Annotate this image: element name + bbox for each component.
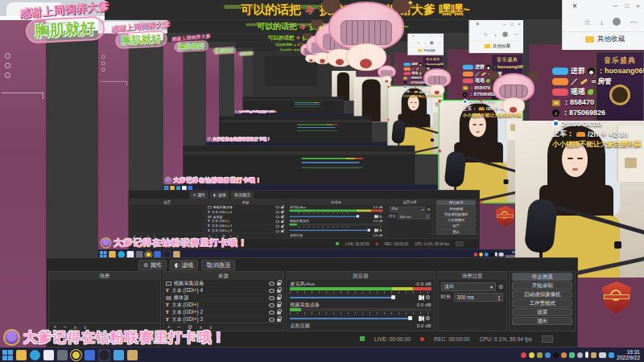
lock-icon[interactable] — [277, 304, 281, 307]
browser-titlebar — [408, 34, 444, 39]
filters-button[interactable]: 滤镜 — [170, 260, 198, 270]
gear-icon[interactable] — [425, 294, 430, 301]
gear-icon[interactable] — [425, 315, 430, 322]
taskbar-icon[interactable] — [85, 350, 95, 360]
tray-icon[interactable] — [577, 352, 583, 358]
virtual-cam-button[interactable]: 启动虚拟摄像机 — [512, 290, 572, 298]
taskbar-icon[interactable] — [127, 350, 138, 360]
swap-banner-text: 可以的话把 — [268, 35, 295, 41]
eye-icon[interactable] — [269, 303, 275, 307]
taskbar-icon[interactable] — [30, 350, 40, 360]
lock-icon — [281, 216, 283, 218]
more-menu-icon[interactable] — [630, 18, 638, 27]
stop-stream-button[interactable]: 停止推流 — [512, 273, 572, 281]
taskbar-icon[interactable] — [114, 350, 124, 360]
profile-avatar[interactable] — [613, 18, 621, 26]
qq-icon — [419, 63, 423, 66]
slider-handle — [357, 215, 359, 217]
checkin-overlay: 大爹记得在钻粉联赛里打卡哦！ — [207, 137, 271, 142]
chat-tray-icon[interactable] — [599, 352, 606, 358]
tray-icon[interactable] — [561, 352, 567, 358]
tray-icon[interactable] — [569, 352, 575, 358]
lock-icon[interactable] — [277, 282, 281, 286]
poster-title: 音乐盛典 — [492, 55, 522, 64]
mic-tray-icon[interactable] — [585, 352, 588, 358]
duration-row: 时长300 ms▴▾ — [441, 293, 504, 302]
poster-title: 音乐盛典 — [423, 56, 443, 62]
volume-slider[interactable] — [290, 294, 431, 301]
tray-icon[interactable] — [591, 352, 597, 358]
taskbar-icon[interactable] — [71, 350, 81, 360]
close-icon[interactable] — [572, 1, 577, 11]
taskbar-icon[interactable] — [99, 350, 109, 360]
volume-slider[interactable] — [290, 315, 431, 322]
lock-icon[interactable] — [277, 297, 281, 300]
channel-db: 0.0 dB — [417, 323, 431, 329]
rec-indicator — [376, 242, 378, 245]
transition-select[interactable]: 淡出 — [441, 282, 496, 291]
tray-icon[interactable] — [609, 352, 614, 358]
downloads-icon[interactable] — [600, 18, 604, 27]
checkin-overlay: 大爹记得在钻粉联赛里打卡哦！ — [164, 176, 262, 184]
close-icon[interactable] — [636, 1, 640, 11]
channel-name: 麦克风/Aux — [290, 205, 306, 209]
tray-icon[interactable] — [537, 352, 543, 358]
taskbar-icon[interactable] — [57, 350, 68, 360]
helmet-visor — [427, 76, 447, 85]
channel-db: -0.9 dB — [415, 281, 431, 287]
mixer-channel: 视频采集设备0.0 dB — [287, 219, 385, 232]
slider-handle — [368, 228, 370, 231]
speaker-icon[interactable] — [419, 316, 422, 321]
stepper-icons[interactable]: ▴▾ — [498, 294, 501, 301]
tray-icon[interactable] — [529, 352, 535, 358]
start-button[interactable] — [2, 350, 13, 360]
eye-icon[interactable] — [269, 282, 275, 286]
media-source-icon — [208, 216, 212, 218]
clock-date: 2022/9/22 — [617, 355, 640, 360]
duration-field[interactable]: 300 ms▴▾ — [454, 293, 504, 302]
taskbar-icon[interactable] — [16, 350, 27, 360]
bookmarks-bar[interactable]: 其他收藏 — [563, 31, 644, 46]
bookmarks-label: 其他收藏 — [423, 48, 436, 52]
lock-icon[interactable] — [277, 319, 281, 322]
checkin-badge-icon — [234, 110, 237, 113]
exit-button[interactable]: 退出 — [512, 317, 572, 325]
eye-icon[interactable] — [269, 296, 275, 300]
favorites-icon[interactable] — [584, 18, 591, 27]
eye-icon[interactable] — [269, 318, 275, 322]
lock-icon[interactable] — [277, 311, 281, 315]
minimize-icon[interactable] — [613, 1, 618, 11]
controls-body: 停止推流 开始录制 启动虚拟摄像机 工作室模式 设置 退出 — [435, 200, 477, 238]
start-record-button[interactable]: 开始录制 — [512, 282, 572, 290]
lock-icon[interactable] — [277, 290, 281, 293]
obs-docks: 场景 来源 视频采集设备 文本 (GDI+) 4 媒体源 文本 (GDI+) 文… — [47, 270, 577, 332]
scenes-list[interactable] — [49, 280, 160, 323]
source-row[interactable]: 文本 (GDI+) 3 — [163, 316, 284, 323]
tray-icon[interactable] — [553, 352, 559, 358]
maximize-icon[interactable] — [625, 1, 629, 11]
tray-icon[interactable] — [545, 352, 551, 358]
text-source-icon — [208, 228, 210, 232]
taskbar-clock[interactable]: 19:312022/9/22 — [617, 349, 642, 360]
studio-mode-button[interactable]: 工作室模式 — [512, 299, 572, 307]
obs-docks: 场景 来源 视频采集设备 文本 (GDI+) 4 媒体源 文本 (GDI+) 文… — [129, 199, 479, 240]
settings-button[interactable]: 设置 — [512, 308, 572, 316]
eye-icon[interactable] — [269, 289, 275, 293]
chat-line: 上车：/2h×2 3h — [552, 129, 644, 139]
slider-handle[interactable] — [408, 316, 412, 320]
tray-icon[interactable] — [521, 352, 526, 358]
speaker-icon[interactable] — [419, 295, 422, 300]
taskbar-icon[interactable] — [43, 350, 54, 360]
profile-avatar — [430, 41, 433, 44]
decor-ring — [5, 63, 10, 68]
close-icon — [412, 34, 415, 39]
gear-icon[interactable] — [498, 284, 503, 290]
eye-icon[interactable] — [269, 311, 275, 315]
properties-button[interactable]: 属性 — [138, 260, 167, 270]
checkin-text: 大爹记得在钻粉联赛里打卡哦！ — [23, 328, 226, 347]
scenes-header: 场景 — [49, 272, 160, 280]
slider-handle[interactable] — [391, 295, 395, 299]
deactivate-button[interactable]: 取消激活 — [201, 260, 235, 270]
swap-banner-text: 可以的话把 — [257, 22, 297, 32]
slider-track — [290, 297, 394, 298]
